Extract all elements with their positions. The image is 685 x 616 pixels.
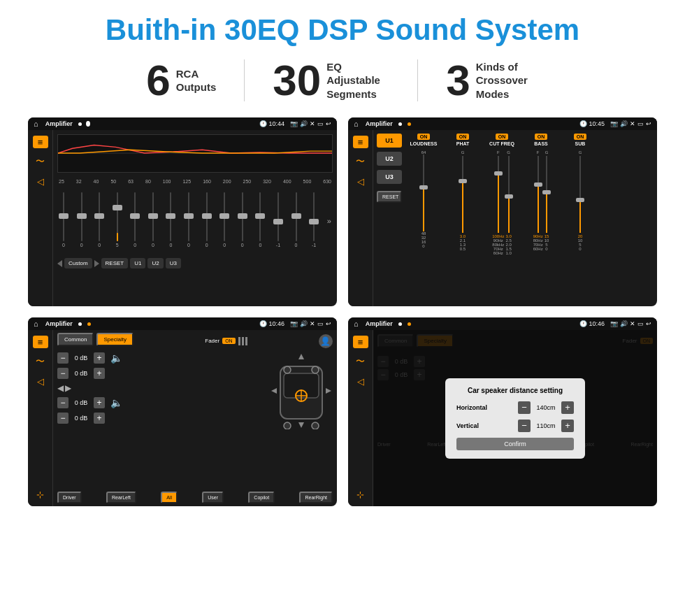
- eq-next-arrow[interactable]: [94, 260, 99, 267]
- vertical-plus[interactable]: +: [561, 420, 574, 432]
- screens-grid: ⌂ Amplifier 🕐 10:44 📷 🔊 ✕ ▭ ↩ ≡ 〜 ◁: [28, 117, 657, 506]
- crossover-home-icon[interactable]: ⌂: [354, 120, 359, 128]
- eq-slider-10[interactable]: 0: [238, 189, 247, 252]
- fader-wave-icon[interactable]: 〜: [33, 355, 48, 368]
- eq-slider-9[interactable]: 0: [219, 189, 229, 252]
- eq-more-arrow[interactable]: »: [327, 217, 331, 225]
- home-icon[interactable]: ⌂: [34, 120, 38, 128]
- eq-reset-btn[interactable]: RESET: [101, 258, 129, 268]
- tab-common[interactable]: Common: [57, 333, 94, 346]
- eq-slider-3[interactable]: 5: [113, 189, 122, 252]
- distance-wave-icon[interactable]: 〜: [353, 355, 368, 368]
- dialog-title: Car speaker distance setting: [456, 387, 574, 394]
- horizontal-minus[interactable]: −: [518, 401, 531, 414]
- fader-on-toggle[interactable]: ON: [222, 338, 236, 344]
- eq-custom-btn[interactable]: Custom: [64, 258, 92, 268]
- phat-on-badge[interactable]: ON: [456, 134, 470, 140]
- user-btn[interactable]: User: [202, 492, 224, 503]
- u2-button[interactable]: U2: [377, 152, 402, 166]
- distance-time: 🕐 10:46: [579, 320, 605, 327]
- vertical-minus[interactable]: −: [518, 420, 531, 432]
- eq-slider-11[interactable]: 0: [255, 189, 265, 252]
- distance-screen: ⌂ Amplifier 🕐 10:46 📷 🔊 ✕ ▭ ↩ ≡ 〜 ◁: [348, 317, 657, 506]
- page-wrapper: Buith-in 30EQ DSP Sound System 6 RCAOutp…: [0, 0, 685, 520]
- eq-slider-12[interactable]: -1: [273, 189, 283, 252]
- person-icon[interactable]: 👤: [319, 334, 333, 348]
- crossover-speaker-icon[interactable]: ◁: [353, 175, 368, 187]
- fader-controls: − 0 dB + 🔈 − 0 dB +: [57, 352, 264, 488]
- fader-home-icon[interactable]: ⌂: [34, 320, 38, 328]
- stat-eq-number: 30: [273, 59, 321, 102]
- crossover-eq-icon[interactable]: ≡: [353, 136, 368, 148]
- crossover-back-icon[interactable]: ↩: [646, 120, 651, 127]
- horizontal-plus[interactable]: +: [561, 401, 574, 414]
- fader-val-1: 0 dB: [71, 354, 91, 361]
- fader-minus-4[interactable]: −: [57, 413, 68, 424]
- confirm-button[interactable]: Confirm: [456, 438, 574, 450]
- eq-slider-7[interactable]: 0: [184, 189, 194, 252]
- eq-slider-13[interactable]: 0: [291, 189, 301, 252]
- distance-close-icon: ✕: [630, 320, 635, 327]
- distance-home-icon[interactable]: ⌂: [354, 320, 359, 328]
- fader-right-arrow[interactable]: ▶: [65, 383, 71, 393]
- eq-prev-arrow[interactable]: [57, 260, 62, 267]
- fader-expand-icon[interactable]: ⊹: [33, 488, 48, 501]
- eq-slider-5[interactable]: 0: [148, 189, 158, 252]
- fader-back-icon[interactable]: ↩: [326, 320, 331, 327]
- fader-plus-2[interactable]: +: [94, 368, 105, 379]
- fader-minus-3[interactable]: −: [57, 397, 68, 408]
- fader-plus-3[interactable]: +: [94, 397, 105, 408]
- distance-sidebar: ≡ 〜 ◁ ⊹: [348, 330, 373, 506]
- fader-speaker-icon[interactable]: ◁: [33, 375, 48, 387]
- eq-slider-6[interactable]: 0: [166, 189, 175, 252]
- cutfreq-label: CUT FREQ: [489, 141, 514, 146]
- u3-button[interactable]: U3: [377, 170, 402, 184]
- cutfreq-on-badge[interactable]: ON: [496, 134, 509, 140]
- eq-slider-14[interactable]: -1: [309, 189, 319, 252]
- distance-eq-icon[interactable]: ≡: [353, 336, 368, 348]
- fader-left-arrow[interactable]: ◀: [57, 383, 64, 393]
- crossover-reset-btn[interactable]: RESET: [377, 191, 402, 203]
- fader-minus-2[interactable]: −: [57, 368, 68, 379]
- fader-camera-icon: 📷: [290, 320, 298, 327]
- u1-button[interactable]: U1: [377, 134, 402, 148]
- eq-sidebar-wave-icon[interactable]: 〜: [33, 155, 48, 168]
- distance-back-icon[interactable]: ↩: [646, 320, 651, 327]
- eq-sidebar-speaker-icon[interactable]: ◁: [33, 175, 48, 187]
- crossover-wave-icon[interactable]: 〜: [353, 155, 368, 168]
- back-icon[interactable]: ↩: [326, 120, 331, 127]
- eq-slider-0[interactable]: 0: [59, 189, 68, 252]
- eq-u1-btn[interactable]: U1: [130, 258, 145, 268]
- eq-sidebar-eq-icon[interactable]: ≡: [33, 136, 48, 148]
- eq-u2-btn[interactable]: U2: [147, 258, 163, 268]
- rearleft-btn[interactable]: RearLeft: [106, 492, 136, 503]
- distance-expand-icon[interactable]: ⊹: [353, 488, 368, 501]
- fader-plus-1[interactable]: +: [94, 352, 105, 364]
- fader-plus-4[interactable]: +: [94, 413, 105, 424]
- all-btn[interactable]: All: [161, 492, 178, 503]
- eq-u3-btn[interactable]: U3: [166, 258, 181, 268]
- fader-body: − 0 dB + 🔈 − 0 dB +: [57, 352, 333, 488]
- distance-speaker-icon[interactable]: ◁: [353, 375, 368, 387]
- loudness-on-badge[interactable]: ON: [417, 134, 431, 140]
- fader-bars: [238, 337, 247, 345]
- fader-tabs: Common Specialty: [57, 333, 134, 346]
- window-icon: ▭: [317, 120, 324, 127]
- eq-slider-4[interactable]: 0: [130, 189, 140, 252]
- eq-slider-8[interactable]: 0: [202, 189, 212, 252]
- eq-slider-1[interactable]: 0: [77, 189, 87, 252]
- fader-val-4: 0 dB: [71, 415, 91, 422]
- distance-camera-icon: 📷: [610, 320, 618, 327]
- eq-screen: ⌂ Amplifier 🕐 10:44 📷 🔊 ✕ ▭ ↩ ≡ 〜 ◁: [28, 117, 337, 306]
- rearright-btn[interactable]: RearRight: [299, 492, 333, 503]
- fader-eq-icon[interactable]: ≡: [33, 336, 48, 348]
- bass-on-badge[interactable]: ON: [535, 134, 548, 140]
- eq-sliders: 0 0 0 5: [57, 189, 333, 252]
- driver-btn[interactable]: Driver: [57, 492, 82, 503]
- eq-slider-2[interactable]: 0: [94, 189, 104, 252]
- fader-minus-1[interactable]: −: [57, 352, 68, 364]
- tab-specialty[interactable]: Specialty: [96, 333, 133, 346]
- crossover-volume-icon: 🔊: [620, 120, 628, 127]
- copilot-btn[interactable]: Copilot: [248, 492, 275, 503]
- sub-on-badge[interactable]: ON: [574, 134, 587, 140]
